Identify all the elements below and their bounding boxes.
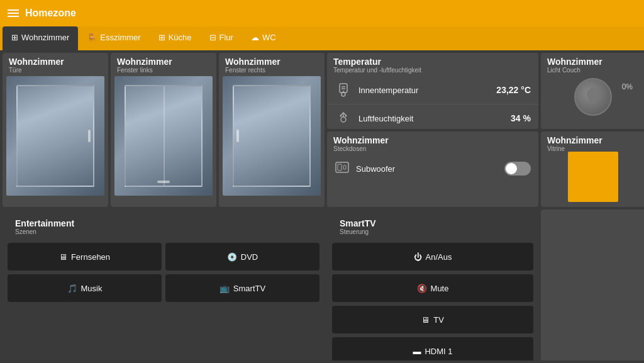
svg-point-7	[345, 115, 347, 117]
svg-rect-11	[590, 101, 597, 103]
mute-label: Mute	[431, 284, 449, 293]
nav-tab-wohnzimmer[interactable]: ⊞ Wohnzimmer	[3, 26, 78, 50]
window-preview-tuere	[6, 76, 104, 196]
window-handle-r	[236, 130, 239, 142]
window-divider-v	[164, 86, 165, 186]
ctrl-btn-mute[interactable]: 🔇 Mute	[332, 274, 533, 302]
licht-percent: 0%	[622, 82, 633, 91]
window-handle-h	[157, 181, 170, 183]
mute-icon: 🔇	[417, 284, 427, 293]
nav-tab-kueche[interactable]: ⊞ Küche	[150, 26, 201, 50]
svg-rect-10	[343, 165, 346, 169]
card-window-links-subtitle: Fenster links	[111, 67, 216, 76]
nav-icon-flur: ⊟	[209, 33, 216, 42]
card-steckdosen: Wohnzimmer Steckdosen Subwoofer	[327, 131, 538, 208]
card-entertainment: Entertainment Szenen 🖥 Fernsehen 💿 DVD 🎵…	[3, 209, 325, 360]
steck-subtitle: Steckdosen	[327, 145, 538, 155]
card-window-rechts-subtitle: Fenster rechts	[219, 67, 325, 76]
window-handle	[88, 130, 91, 142]
smarttv-header: SmartTV Steuerung	[327, 209, 538, 239]
smarttv-subtitle: Steuerung	[333, 228, 532, 238]
ctrl-btn-hdmi1[interactable]: ▬ HDMI 1	[332, 337, 533, 360]
card-window-links-title: Wohnzimmer	[111, 53, 216, 67]
window-frame-links	[125, 85, 203, 187]
card-window-tuere-subtitle: Türe	[3, 67, 108, 76]
temp-subtitle: Temperatur und -luftfeuchtigkeit	[327, 67, 538, 76]
light-bulb[interactable]	[574, 78, 612, 116]
smarttv-buttons: ⏻ An/Aus 🔇 Mute 🖥 TV ▬ HDMI 1	[327, 239, 538, 360]
hdmi1-label: HDMI 1	[425, 347, 452, 356]
temp-row-innen: Innentemperatur 23,22 °C	[327, 76, 538, 104]
window-frame-tuere	[16, 85, 95, 187]
temp-innen-icon	[335, 81, 352, 99]
scene-btn-smarttv[interactable]: 📺 SmartTV	[165, 274, 319, 302]
nav-label-kueche: Küche	[169, 33, 192, 42]
nav-label-wohnzimmer: Wohnzimmer	[21, 33, 69, 42]
card-window-tuere-title: Wohnzimmer	[3, 53, 108, 67]
menu-icon[interactable]	[8, 9, 19, 17]
nav-icon-wc: ☁	[251, 33, 259, 42]
musik-label: Musik	[81, 284, 103, 293]
svg-point-5	[341, 117, 346, 122]
toggle-knob	[506, 163, 517, 174]
card-temperature: Temperatur Temperatur und -luftfeuchtigk…	[327, 53, 538, 129]
nav-tab-flur[interactable]: ⊟ Flur	[201, 26, 242, 50]
fernsehen-icon: 🖥	[59, 252, 67, 262]
scene-btn-fernsehen[interactable]: 🖥 Fernsehen	[8, 243, 162, 271]
temp-innen-value: 23,22 °C	[496, 85, 531, 95]
temp-luft-icon	[335, 109, 352, 127]
licht-subtitle: Licht Couch	[541, 67, 644, 76]
steck-title: Wohnzimmer	[327, 131, 538, 145]
vitrine-color-area	[541, 155, 644, 199]
nav-icon-wohnzimmer: ⊞	[11, 33, 18, 42]
licht-title: Wohnzimmer	[541, 53, 644, 67]
main-grid: Wohnzimmer Türe Wohnzimmer Fenster links…	[0, 50, 644, 363]
dvd-icon: 💿	[227, 252, 237, 262]
tv-icon: 🖥	[421, 315, 430, 325]
subwoofer-toggle[interactable]	[504, 162, 531, 176]
ctrl-btn-anaus[interactable]: ⏻ An/Aus	[332, 243, 533, 271]
licht-bulb-area: 0%	[541, 76, 644, 118]
scene-btn-musik[interactable]: 🎵 Musik	[8, 274, 162, 302]
tv-label: TV	[433, 315, 444, 325]
smarttv-title: SmartTV	[333, 215, 532, 228]
nav-icon-kueche: ⊞	[158, 33, 165, 42]
vitrine-color-block[interactable]	[568, 152, 618, 202]
scene-btn-dvd[interactable]: 💿 DVD	[165, 243, 319, 271]
fernsehen-label: Fernsehen	[71, 252, 110, 262]
nav-icon-esszimmer: 🪑	[87, 33, 97, 42]
smarttv-scene-icon: 📺	[219, 284, 230, 293]
anaus-icon: ⏻	[414, 252, 422, 262]
temp-title: Temperatur	[327, 53, 538, 67]
nav-tab-wc[interactable]: ☁ WC	[242, 26, 285, 50]
svg-rect-9	[338, 164, 341, 170]
app-title: Homezone	[25, 8, 76, 19]
card-window-rechts: Wohnzimmer Fenster rechts	[219, 53, 325, 207]
nav-tab-esszimmer[interactable]: 🪑 Esszimmer	[78, 26, 149, 50]
temp-innen-label: Innentemperatur	[358, 86, 490, 95]
socket-row-subwoofer: Subwoofer	[327, 155, 538, 183]
anaus-label: An/Aus	[426, 252, 452, 262]
nav-label-flur: Flur	[219, 33, 233, 42]
card-window-tuere: Wohnzimmer Türe	[3, 53, 108, 207]
svg-rect-12	[591, 103, 596, 104]
ctrl-btn-tv[interactable]: 🖥 TV	[332, 306, 533, 333]
temp-steck-stack: Temperatur Temperatur und -luftfeuchtigk…	[327, 53, 538, 207]
subwoofer-icon	[335, 161, 350, 177]
nav-label-wc: WC	[262, 33, 276, 42]
musik-icon: 🎵	[67, 284, 77, 293]
entertainment-subtitle: Szenen	[9, 228, 318, 238]
smarttv-scene-label: SmartTV	[233, 284, 265, 293]
subwoofer-label: Subwoofer	[356, 164, 498, 174]
card-vitrine: Wohnzimmer Vitrine	[541, 131, 644, 208]
nav-bar: ⊞ Wohnzimmer 🪑 Esszimmer ⊞ Küche ⊟ Flur …	[0, 26, 644, 50]
temp-row-luft: Luftfeuchtigkeit 34 %	[327, 104, 538, 129]
entertainment-title: Entertainment	[9, 215, 318, 228]
card-window-links: Wohnzimmer Fenster links	[111, 53, 216, 207]
temp-luft-value: 34 %	[511, 113, 531, 123]
temp-luft-label: Luftfeuchtigkeit	[358, 114, 504, 123]
card-bottom-right	[541, 209, 644, 360]
hdmi1-icon: ▬	[413, 347, 421, 356]
entertainment-buttons: 🖥 Fernsehen 💿 DVD 🎵 Musik 📺 SmartTV	[3, 239, 325, 306]
card-window-rechts-title: Wohnzimmer	[219, 53, 325, 67]
